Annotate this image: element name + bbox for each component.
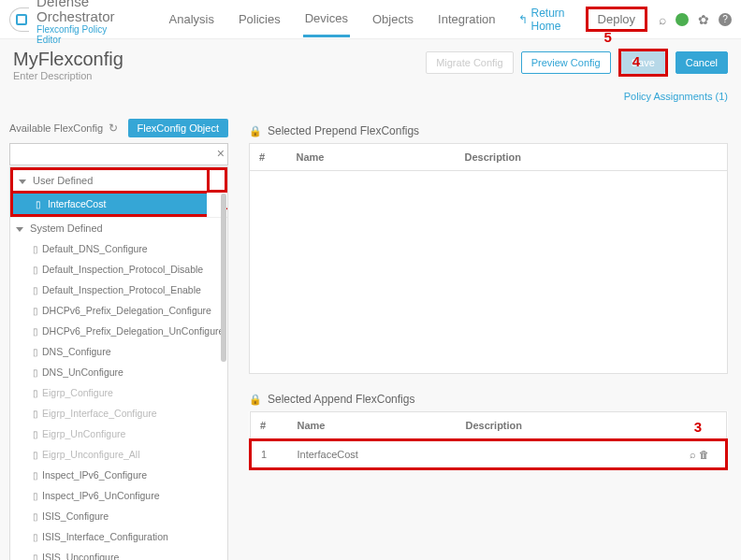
chevron-down-icon [19, 179, 26, 184]
status-ok-icon[interactable] [676, 13, 689, 26]
callout-3: 3 [694, 419, 702, 435]
return-home-label: Return Home [531, 7, 565, 33]
brand-subtitle: Flexconfig Policy Editor [36, 24, 129, 45]
col-num: # [251, 412, 288, 440]
group-user-defined[interactable]: User Defined [10, 167, 207, 194]
tree-item-interfacecost[interactable]: ▯ InterfaceCost [13, 194, 207, 214]
col-name: Name [288, 412, 457, 440]
user-defined-label: User Defined [33, 175, 93, 186]
cancel-button[interactable]: Cancel [676, 51, 728, 74]
prepend-empty-body [259, 179, 718, 366]
page-title: MyFlexconfig [13, 49, 124, 70]
main-area: Available FlexConfig ↻ FlexConfig Object… [0, 111, 741, 560]
lock-icon: 🔒 [249, 125, 262, 137]
flexconfig-item-icon: ▯ [33, 553, 38, 560]
left-panel: Available FlexConfig ↻ FlexConfig Object… [0, 111, 236, 560]
tree-item[interactable]: ▯ISIS_Interface_Configuration [10, 526, 227, 547]
tree-item[interactable]: ▯Default_Inspection_Protocol_Enable [10, 280, 227, 300]
flexconfig-item-icon: ▯ [33, 265, 38, 275]
tree-item[interactable]: ▯Eigrp_UnConfigure [10, 424, 227, 444]
flexconfig-search-input[interactable] [9, 143, 228, 165]
group-system-defined[interactable]: System Defined [10, 217, 227, 238]
top-nav: Analysis Policies Devices Objects Integr… [167, 2, 647, 37]
system-defined-label: System Defined [30, 223, 103, 234]
prepend-title: Selected Prepend FlexConfigs [268, 124, 419, 137]
row-desc [457, 440, 680, 469]
flexconfig-item-icon: ▯ [33, 511, 38, 522]
col-name: Name [287, 144, 456, 171]
col-actions [681, 144, 728, 171]
col-desc: Description [456, 144, 681, 171]
policy-assignments-link[interactable]: Policy Assignments (1) [0, 87, 741, 111]
flexconfig-item-icon: ▯ [33, 285, 38, 295]
tree-item[interactable]: ▯Eigrp_Interface_Configure [10, 403, 227, 424]
search-icon[interactable]: ⌕ [659, 12, 666, 27]
cloud-logo-icon [9, 7, 29, 32]
flexconfig-object-button[interactable]: FlexConfig Object [128, 119, 228, 137]
flexconfig-item-icon: ▯ [33, 470, 38, 481]
nav-deploy[interactable]: Deploy [586, 7, 647, 32]
callout-5: 5 [604, 29, 612, 45]
tree-item[interactable]: ▯DHCPv6_Prefix_Delegation_UnConfigure [10, 321, 227, 341]
page-actions: Migrate Config Preview Config Save 4 Can… [426, 49, 728, 77]
tree-item[interactable]: ▯Default_DNS_Configure [10, 238, 227, 259]
add-arrow-highlight[interactable] [207, 167, 227, 193]
tree-item[interactable]: ▯Inspect_IPv6_UnConfigure [10, 485, 227, 506]
right-panel: 🔒 Selected Prepend FlexConfigs # Name De… [236, 111, 741, 560]
append-table: # Name Description 1 InterfaceCost ⌕ 🗑 [249, 411, 728, 470]
flexconfig-tree: User Defined 2 ▯ InterfaceCost 1 [9, 166, 228, 560]
tree-item[interactable]: ▯Eigrp_Unconfigure_All [10, 444, 227, 465]
nav-integration[interactable]: Integration [436, 3, 497, 36]
flexconfig-item-icon: ▯ [33, 409, 38, 419]
callout-4: 4 [632, 53, 640, 69]
migrate-config-button[interactable]: Migrate Config [426, 51, 514, 74]
delete-icon[interactable]: 🗑 [699, 449, 709, 460]
flexconfig-item-icon: ▯ [33, 450, 38, 460]
prepend-table: # Name Description [249, 143, 728, 374]
flexconfig-item-icon: ▯ [33, 326, 38, 337]
flexconfig-item-icon: ▯ [33, 244, 38, 254]
clear-search-icon[interactable]: × [217, 146, 225, 161]
tree-item[interactable]: ▯Default_Inspection_Protocol_Disable [10, 259, 227, 280]
tree-item[interactable]: ▯DNS_UnConfigure [10, 362, 227, 382]
append-title: Selected Append FlexConfigs [268, 393, 414, 406]
append-row-1[interactable]: 1 InterfaceCost ⌕ 🗑 [251, 440, 727, 469]
save-highlight: Save 4 [618, 49, 668, 77]
nav-devices[interactable]: Devices [303, 2, 350, 37]
page-subtitle: Enter Description [13, 70, 124, 81]
brand-block: Defense Orchestrator Flexconfig Policy E… [36, 0, 129, 45]
return-home-link[interactable]: ↰ Return Home [518, 7, 565, 33]
flexconfig-item-icon: ▯ [33, 367, 38, 378]
tree-item[interactable]: ▯DHCPv6_Prefix_Delegation_Configure [10, 300, 227, 321]
row-num: 1 [251, 440, 288, 469]
row-name: InterfaceCost [288, 440, 457, 469]
col-actions [680, 412, 727, 440]
col-desc: Description [457, 412, 680, 440]
brand-title: Defense Orchestrator [36, 0, 129, 24]
lock-icon: 🔒 [249, 394, 262, 406]
col-num: # [250, 144, 287, 171]
nav-policies[interactable]: Policies [237, 3, 283, 36]
save-button[interactable]: Save [621, 51, 665, 74]
append-section-head: 🔒 Selected Append FlexConfigs [249, 393, 728, 406]
tree-item[interactable]: ▯ISIS_Unconfigure [10, 547, 227, 560]
interfacecost-label: InterfaceCost [48, 198, 106, 209]
flexconfig-item-icon: ▯ [36, 199, 41, 209]
tree-item[interactable]: ▯Inspect_IPv6_Configure [10, 465, 227, 485]
tree-item[interactable]: ▯ISIS_Configure [10, 506, 227, 526]
tree-item[interactable]: ▯DNS_Configure [10, 341, 227, 362]
tree-item[interactable]: ▯Eigrp_Configure [10, 382, 227, 403]
nav-analysis[interactable]: Analysis [167, 3, 216, 36]
flexconfig-item-icon: ▯ [33, 429, 38, 439]
page-bar: MyFlexconfig Enter Description Migrate C… [0, 39, 741, 87]
return-arrow-icon: ↰ [518, 13, 528, 26]
gear-icon[interactable]: ✿ [698, 12, 709, 27]
nav-objects[interactable]: Objects [370, 3, 415, 36]
refresh-icon[interactable]: ↻ [109, 122, 118, 135]
app-header: Defense Orchestrator Flexconfig Policy E… [0, 0, 741, 39]
help-icon[interactable]: ? [719, 13, 732, 26]
view-icon[interactable]: ⌕ [690, 449, 696, 460]
flexconfig-item-icon: ▯ [33, 491, 38, 501]
scrollbar-thumb[interactable] [221, 194, 226, 362]
preview-config-button[interactable]: Preview Config [521, 51, 611, 74]
